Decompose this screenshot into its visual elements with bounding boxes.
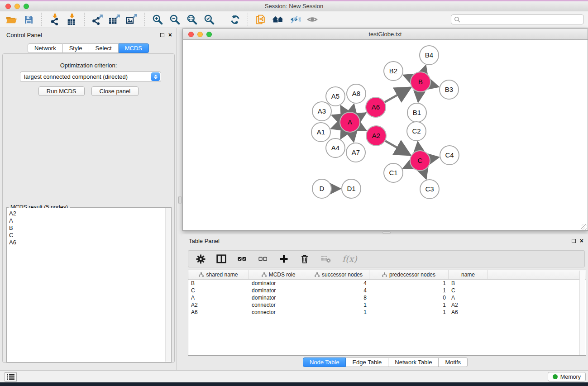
table-cell[interactable]: dominator: [249, 294, 308, 301]
graph-node-C2[interactable]: C2: [407, 122, 426, 141]
column-header-predecessor-nodes[interactable]: predecessor nodes: [369, 270, 449, 279]
memory-button[interactable]: Memory: [548, 372, 586, 381]
table-cell[interactable]: 1: [369, 309, 449, 316]
graph-edge-A-A2[interactable]: [359, 127, 366, 131]
zoom-in-button[interactable]: [150, 12, 165, 27]
float-table-panel-icon[interactable]: [572, 239, 576, 243]
graph-node-C4[interactable]: C4: [440, 146, 459, 165]
zoom-fit-button[interactable]: [184, 12, 200, 27]
graph-node-B2[interactable]: B2: [384, 62, 403, 81]
network-canvas[interactable]: AA1A2A3A4A5A6A7A8BB1B2B3B4CC1C2C3C4DD1: [182, 40, 588, 231]
table-scrollbar[interactable]: [579, 271, 585, 355]
graph-node-A2[interactable]: A2: [366, 126, 386, 146]
tab-network[interactable]: Network: [28, 43, 63, 53]
table-row[interactable]: Adominator80A: [188, 294, 586, 301]
graph-node-C3[interactable]: C3: [420, 180, 439, 199]
graph-node-A6[interactable]: A6: [366, 97, 386, 117]
table-cell[interactable]: A2: [188, 301, 249, 309]
table-cell[interactable]: 8: [308, 294, 369, 301]
settings-gear-button[interactable]: [196, 253, 206, 264]
zoom-out-button[interactable]: [167, 12, 182, 27]
graph-edge-C-C3[interactable]: [423, 171, 426, 179]
table-cell[interactable]: 1: [308, 301, 369, 309]
column-header-name[interactable]: name: [449, 270, 488, 279]
graph-node-B1[interactable]: B1: [407, 103, 426, 122]
column-header-MCDS-role[interactable]: MCDS role: [249, 270, 308, 279]
graph-edge-C-C1[interactable]: [403, 165, 411, 168]
table-cell[interactable]: C: [188, 287, 249, 294]
result-item[interactable]: A2: [9, 210, 165, 217]
result-item[interactable]: A6: [9, 239, 165, 246]
graph-edge-A2-C[interactable]: [385, 141, 410, 155]
graph-edge-B-B3[interactable]: [430, 85, 439, 87]
graph-edge-C-C2[interactable]: [418, 142, 419, 150]
network-window-titlebar[interactable]: testGlobe.txt: [182, 29, 588, 40]
import-table-button[interactable]: [64, 12, 79, 27]
graph-node-A1[interactable]: A1: [311, 123, 330, 142]
graph-node-A8[interactable]: A8: [347, 84, 366, 103]
table-cell[interactable]: 1: [369, 287, 449, 294]
table-cell[interactable]: A6: [449, 309, 488, 316]
graph-edge-A-A5[interactable]: [341, 106, 345, 113]
table-row[interactable]: A2connector11A2: [188, 301, 586, 309]
table-cell[interactable]: connector: [249, 309, 308, 316]
table-row[interactable]: A6connector11A6: [188, 309, 586, 316]
table-cell[interactable]: B: [449, 280, 488, 287]
result-item[interactable]: C: [9, 232, 165, 239]
table-cell[interactable]: A2: [449, 301, 488, 309]
graph-node-C[interactable]: C: [410, 151, 430, 171]
result-item[interactable]: A: [9, 217, 165, 224]
table-row[interactable]: Cdominator41C: [188, 287, 586, 294]
column-header-shared-name[interactable]: shared name: [188, 270, 249, 279]
window-resize-grip[interactable]: [581, 224, 587, 230]
delete-column-button[interactable]: [300, 253, 310, 264]
graph-edge-C-C4[interactable]: [430, 157, 439, 158]
table-cell[interactable]: 1: [369, 280, 449, 287]
deselect-all-button[interactable]: [258, 253, 268, 264]
graph-node-A5[interactable]: A5: [326, 87, 345, 106]
table-cell[interactable]: A6: [188, 309, 249, 316]
search-field[interactable]: [451, 14, 584, 24]
table-cell[interactable]: C: [449, 287, 488, 294]
network-graph[interactable]: AA1A2A3A4A5A6A7A8BB1B2B3B4CC1C2C3C4DD1: [183, 40, 588, 230]
table-cell[interactable]: dominator: [249, 287, 308, 294]
graph-node-B3[interactable]: B3: [440, 80, 459, 99]
table-row[interactable]: Bdominator41B: [188, 280, 586, 287]
graph-node-A3[interactable]: A3: [312, 102, 331, 121]
tab-network-table[interactable]: Network Table: [388, 357, 439, 367]
hide-panels-button[interactable]: [287, 12, 303, 27]
table-cell[interactable]: 1: [369, 301, 449, 309]
result-item[interactable]: B: [9, 224, 165, 232]
export-network-button[interactable]: [90, 12, 105, 27]
graph-node-A7[interactable]: A7: [346, 143, 365, 162]
graph-edge-B-B4[interactable]: [424, 66, 426, 72]
graph-edge-A-A1[interactable]: [331, 126, 340, 129]
search-input[interactable]: [462, 16, 581, 23]
result-scrollbar[interactable]: [165, 208, 171, 362]
save-session-button[interactable]: [21, 12, 36, 27]
graph-edge-B-B2[interactable]: [403, 75, 411, 78]
export-table-button[interactable]: [107, 12, 122, 27]
graph-edge-A-A4[interactable]: [341, 131, 345, 138]
open-session-button[interactable]: [4, 12, 19, 27]
table-cell[interactable]: connector: [249, 301, 308, 309]
duplicate-network-button[interactable]: [253, 12, 268, 27]
vertical-splitter-grip[interactable]: [178, 196, 182, 204]
tab-node-table[interactable]: Node Table: [303, 357, 346, 367]
graph-node-A[interactable]: A: [340, 112, 360, 132]
table-cell[interactable]: 4: [308, 280, 369, 287]
table-cell[interactable]: B: [188, 280, 249, 287]
home-button[interactable]: [270, 12, 286, 27]
float-panel-icon[interactable]: [160, 33, 164, 37]
graph-node-B[interactable]: B: [411, 72, 430, 92]
graph-edge-A-A7[interactable]: [352, 133, 354, 142]
tab-select[interactable]: Select: [89, 43, 119, 53]
select-all-button[interactable]: [237, 253, 247, 264]
close-panel-icon[interactable]: ×: [168, 33, 172, 37]
tab-edge-table[interactable]: Edge Table: [346, 357, 388, 367]
tab-motifs[interactable]: Motifs: [439, 357, 468, 367]
graph-node-B4[interactable]: B4: [420, 46, 439, 65]
split-view-button[interactable]: [216, 253, 226, 264]
graph-node-D[interactable]: D: [312, 179, 331, 198]
graph-edge-A-A6[interactable]: [359, 113, 366, 117]
